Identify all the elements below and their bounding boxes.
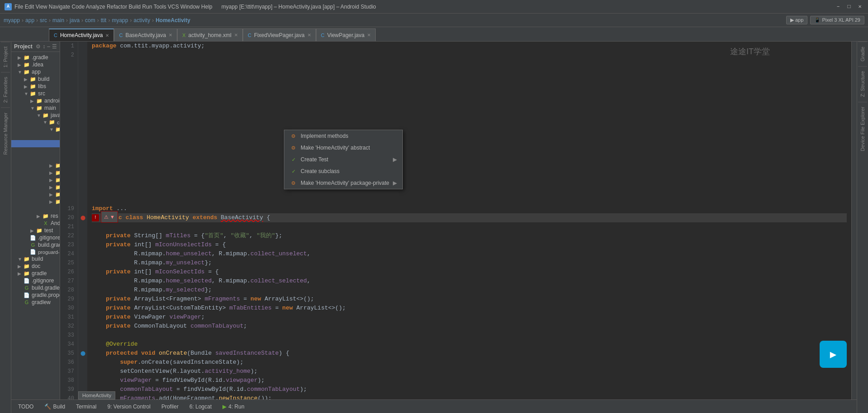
tree-androidtest[interactable]: ▶ 📁 androidTest — [11, 97, 60, 104]
tree-proguard[interactable]: 📄 proguard-rules.pro — [11, 249, 60, 255]
tree-fragment[interactable]: ▶ 📁 fragment — [11, 183, 60, 191]
editor-area[interactable]: 途途IT学堂 1 2 19 20 21 22 23 24 25 26 — [60, 42, 851, 399]
tree-idea[interactable]: ▶ 📁 .idea — [11, 61, 60, 68]
tree-src[interactable]: ▼ 📁 src — [11, 90, 60, 97]
tree-libs[interactable]: ▶ 📁 libs — [11, 83, 60, 90]
tree-androidmanifest[interactable]: X AndroidManifest.xml — [11, 220, 60, 227]
tree-comttitmyapp[interactable]: ▼ 📁 com.ttit.myapp — [11, 119, 60, 126]
tree-doc[interactable]: ▶ 📁 doc — [11, 263, 60, 270]
maximize-button[interactable]: □ — [845, 3, 853, 10]
tree-view[interactable]: ▶ 📁 view — [11, 198, 60, 205]
breadcrumb-myapp2[interactable]: myapp — [112, 17, 128, 23]
breadcrumb-activity[interactable]: activity — [133, 17, 150, 23]
code-line-27: R.mipmap.home_selected, R.mipmap.collect… — [92, 277, 847, 286]
tab-viewpager-close[interactable]: ✕ — [367, 33, 371, 38]
bottom-tab-terminal[interactable]: Terminal — [71, 401, 101, 412]
project-panel-tab[interactable]: 1: Project — [1, 42, 10, 72]
tree-registeractivity[interactable]: C RegisterActivity — [11, 155, 60, 162]
sidebar-sort[interactable]: ↕ — [42, 43, 45, 50]
bottom-tab-logcat[interactable]: 6: Logcat — [184, 401, 217, 412]
ctx-create-subclass[interactable]: ✓ Create subclass — [284, 165, 402, 177]
tree-adapter[interactable]: ▶ 📁 adapter — [11, 162, 60, 169]
right-scrollbar[interactable] — [851, 42, 857, 399]
favorites-panel-tab[interactable]: 2: Favorites — [1, 72, 10, 107]
code-line-30: private ArrayList<CustomTabEntity> mTabE… — [92, 304, 847, 313]
tree-buildgradle[interactable]: G build.gradle — [11, 241, 60, 249]
ctx-package-private[interactable]: ⚙ Make 'HomeActivity' package-private ▶ — [284, 177, 402, 189]
tree-app[interactable]: ▼ 📁 app — [11, 68, 60, 75]
breadcrumb-ttit[interactable]: ttit — [101, 17, 107, 23]
breadcrumb-homeactivity[interactable]: HomeActivity — [156, 17, 190, 23]
tab-fixedviewpager-close[interactable]: ✕ — [307, 33, 311, 38]
sidebar-settings[interactable]: ☰ — [52, 43, 57, 50]
tree-build-inner[interactable]: ▶ 📁 build — [11, 75, 60, 83]
line-numbers: 1 2 19 20 21 22 23 24 25 26 27 28 29 30 — [60, 42, 78, 399]
tree-test[interactable]: ▶ 📁 test — [11, 227, 60, 234]
tree-entity[interactable]: ▶ 📁 entity — [11, 176, 60, 183]
breadcrumb-myapp[interactable]: myapp — [4, 17, 20, 23]
tree-util[interactable]: ▶ 📁 util — [11, 191, 60, 198]
code-content[interactable]: package com.ttit.myapp.activity; import … — [87, 42, 851, 399]
tree-baseactivity[interactable]: C BaseActivity — [11, 133, 60, 140]
tab-homeactivity-close[interactable]: ✕ — [105, 33, 109, 38]
bilibili-button[interactable]: ▶ — [820, 341, 847, 368]
bottom-tab-todo[interactable]: TODO — [13, 401, 38, 412]
tree-build-root[interactable]: ▼ 📁 build — [11, 255, 60, 263]
breadcrumb-java[interactable]: java — [70, 17, 80, 23]
ctx-test-icon: ✓ — [290, 156, 297, 163]
bottom-tab-build[interactable]: 🔨 Build — [39, 401, 70, 412]
tab-baseactivity-close[interactable]: ✕ — [169, 33, 172, 38]
ctx-subclass-label: Create subclass — [301, 168, 340, 174]
breadcrumb-src[interactable]: src — [40, 17, 47, 23]
device-btn[interactable]: 📱 Pixel 3 XL API 29 — [810, 16, 864, 24]
sidebar-collapse[interactable]: – — [47, 43, 50, 50]
device-file-tab[interactable]: Device File Explorer — [858, 102, 867, 155]
ctx-create-test[interactable]: ✓ Create Test ▶ — [284, 154, 402, 165]
gradle-tab[interactable]: Gradle — [858, 42, 867, 66]
tree-gradlew[interactable]: G gradlew — [11, 299, 60, 306]
tree-gradle-root[interactable]: ▶ 📁 gradle — [11, 270, 60, 277]
breadcrumb-bar: myapp › app › src › main › java › com › … — [0, 14, 868, 27]
tree-homeactivity[interactable]: C HomeActivity — [11, 140, 60, 147]
tab-baseactivity[interactable]: C BaseActivity.java ✕ — [114, 28, 177, 41]
breadcrumb-com[interactable]: com — [85, 17, 95, 23]
error-indicator[interactable]: ⚠ ▼ — [101, 211, 118, 223]
ctx-make-abstract[interactable]: ⚙ Make 'HomeActivity' abstract — [284, 142, 402, 154]
bottom-tab-vcs[interactable]: 9: Version Control — [103, 401, 156, 412]
tree-res[interactable]: ▶ 📁 res — [11, 212, 60, 220]
tree-gitignore[interactable]: 📄 .gitignore — [11, 234, 60, 241]
close-button[interactable]: ✕ — [856, 3, 863, 10]
tab-fixedviewpager[interactable]: C FixedViewPager.java ✕ — [243, 28, 316, 41]
tree-mainactivity[interactable]: C MainActivity — [11, 205, 60, 212]
code-line-26: private int[] mIconSelectIds = { — [92, 268, 847, 277]
breadcrumb-main[interactable]: main — [52, 17, 64, 23]
tab-java-icon: C — [54, 33, 57, 38]
tab-homeactivity[interactable]: C HomeActivity.java ✕ — [49, 28, 114, 41]
tree-main[interactable]: ▼ 📁 main — [11, 104, 60, 112]
tab-activityhome[interactable]: X activity_home.xml ✕ — [177, 28, 243, 41]
tree-buildgradle-root[interactable]: G build.gradle — [11, 284, 60, 291]
breadcrumb-app[interactable]: app — [25, 17, 34, 23]
logcat-label: 6: Logcat — [189, 404, 212, 410]
project-sidebar: Project ⚙ ↕ – ☰ ▶ 📁 .gradle ▶ 📁 — [11, 42, 60, 399]
minimize-button[interactable]: – — [835, 3, 842, 10]
build-label: Build — [53, 404, 65, 410]
tree-java[interactable]: ▼ 📁 java — [11, 112, 60, 119]
resource-manager-tab[interactable]: Resource Manager — [1, 108, 10, 160]
tree-gitignore-root[interactable]: 📄 .gitignore — [11, 277, 60, 284]
ctx-implement-methods[interactable]: ⚙ Implement methods — [284, 130, 402, 142]
tree-gradleprops[interactable]: 📄 gradle.properties — [11, 291, 60, 299]
tree-api[interactable]: ▶ 📁 api — [11, 169, 60, 176]
run-config-btn[interactable]: ▶ app — [786, 16, 807, 24]
bottom-tabs: TODO 🔨 Build Terminal 9: Version Control… — [11, 399, 857, 413]
tree-gradle[interactable]: ▶ 📁 .gradle — [11, 54, 60, 61]
tree-loginactivity[interactable]: C LoginActivity — [11, 147, 60, 155]
tab-activityhome-close[interactable]: ✕ — [234, 33, 238, 38]
sidebar-gear[interactable]: ⚙ — [36, 43, 41, 50]
code-line-28: R.mipmap.my_selected}; — [92, 286, 847, 295]
bottom-tab-run[interactable]: ▶ 4: Run — [217, 401, 249, 412]
tree-activity-folder[interactable]: ▼ 📁 activity — [11, 126, 60, 133]
tab-viewpager[interactable]: C ViewPager.java ✕ — [316, 28, 376, 41]
bottom-tab-profiler[interactable]: Profiler — [156, 401, 184, 412]
structure-tab[interactable]: Z: Structure — [858, 66, 867, 101]
